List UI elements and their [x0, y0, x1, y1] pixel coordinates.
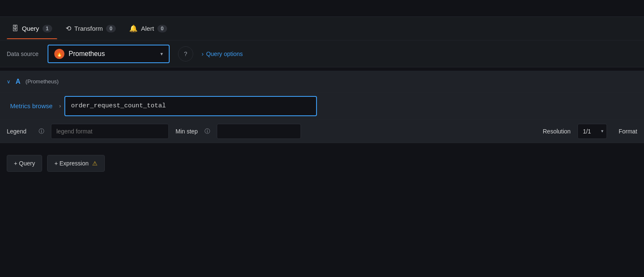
metrics-browse-button[interactable]: Metrics browse [7, 100, 56, 112]
resolution-select[interactable]: 1/1 1/2 1/4 1/10 [577, 124, 607, 139]
alert-icon: 🔔 [129, 24, 138, 32]
tab-alert-badge: 0 [157, 25, 167, 32]
datasource-label: Data source [7, 51, 43, 57]
collapse-icon[interactable]: ∨ [7, 79, 11, 85]
prometheus-icon: 🔥 [54, 49, 64, 59]
add-expression-label: + Expression [54, 160, 88, 167]
min-step-input[interactable] [217, 124, 301, 139]
query-input-wrapper [64, 96, 637, 116]
top-bar [0, 0, 644, 17]
add-expression-button[interactable]: + Expression ⚠ [47, 155, 104, 172]
tab-alert[interactable]: 🔔 Alert 0 [124, 21, 172, 36]
metrics-row: Metrics browse › [0, 93, 644, 120]
min-step-info-icon[interactable]: ⓘ [205, 128, 210, 135]
tab-alert-label: Alert [141, 25, 154, 32]
transform-icon: ⟲ [66, 24, 71, 32]
query-section: ∨ A (Prometheus) Metrics browse › Legend… [0, 71, 644, 143]
tab-transform-label: Transform [75, 25, 103, 32]
query-options-label: Query options [206, 51, 243, 57]
datasource-selector[interactable]: 🔥 Prometheus [48, 45, 170, 63]
legend-row: Legend ⓘ Min step ⓘ Resolution 1/1 1/2 1… [0, 120, 644, 143]
info-icon: ? [184, 51, 187, 57]
query-options-button[interactable]: › Query options [198, 49, 246, 59]
warning-icon: ⚠ [92, 160, 98, 167]
add-query-button[interactable]: + Query [7, 155, 42, 172]
tab-query[interactable]: 🗄 Query 1 [7, 21, 57, 36]
legend-format-input[interactable] [51, 124, 169, 139]
tab-query-label: Query [22, 25, 39, 32]
prometheus-flame-icon: 🔥 [56, 51, 63, 57]
tab-query-badge: 1 [43, 25, 52, 32]
metrics-chevron-icon: › [59, 103, 61, 109]
query-input[interactable] [64, 96, 317, 116]
resolution-label: Resolution [543, 128, 571, 135]
legend-info-icon[interactable]: ⓘ [39, 128, 44, 135]
resolution-wrapper: 1/1 1/2 1/4 1/10 [577, 124, 607, 139]
add-query-label: + Query [14, 160, 35, 167]
database-icon: 🗄 [12, 25, 19, 32]
query-datasource-hint: (Prometheus) [26, 78, 59, 85]
datasource-name: Prometheus [69, 50, 105, 58]
tab-bar: 🗄 Query 1 ⟲ Transform 0 🔔 Alert 0 [0, 17, 644, 40]
datasource-row: Data source 🔥 Prometheus ? › Query optio… [0, 40, 644, 67]
legend-label: Legend [7, 128, 32, 135]
format-label: Format [619, 128, 637, 135]
tab-transform[interactable]: ⟲ Transform 0 [61, 21, 121, 36]
tab-transform-badge: 0 [106, 25, 116, 32]
query-header: ∨ A (Prometheus) [0, 71, 644, 93]
datasource-info-button[interactable]: ? [178, 46, 193, 61]
min-step-label: Min step [176, 128, 198, 135]
query-label-a: A [16, 78, 21, 85]
bottom-bar: + Query + Expression ⚠ [0, 148, 644, 178]
chevron-right-icon: › [202, 51, 204, 57]
